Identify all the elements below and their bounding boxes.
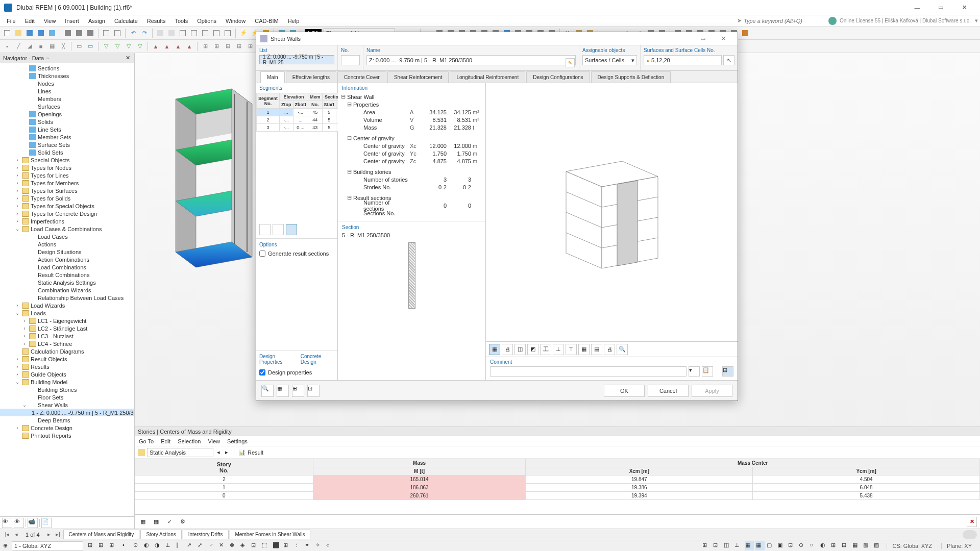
t2-16[interactable]: ▲ (184, 41, 194, 52)
s1[interactable]: ⊞ (87, 541, 96, 550)
keyword-search[interactable] (744, 16, 825, 26)
print-button[interactable] (63, 28, 73, 38)
tree-node[interactable]: ⌄Building Model (0, 378, 134, 386)
comment-input[interactable] (490, 366, 687, 377)
stories-goto[interactable]: Go To (139, 438, 154, 444)
tree-node[interactable]: ›Imperfections (0, 217, 134, 225)
pv10[interactable]: 🖨 (604, 344, 615, 355)
tree-node[interactable]: 1 - Z: 0.000 ... -9.750 m | 5 - R_M1 250… (0, 409, 134, 416)
calc-button[interactable]: ⚡ (238, 28, 249, 38)
tree-node[interactable]: ›Types for Members (0, 179, 134, 187)
generate-sections-checkbox[interactable]: Generate result sections (259, 251, 334, 257)
snap3[interactable]: ◐ (143, 541, 153, 550)
menu-tools[interactable]: Tools (170, 16, 192, 26)
snap19[interactable]: ✧ (315, 541, 324, 550)
v2[interactable]: ⊡ (713, 541, 722, 550)
v6[interactable]: ▦ (755, 541, 765, 550)
snap1[interactable]: • (122, 541, 131, 550)
tree-node[interactable]: ›LC3 - Nutzlast (0, 332, 134, 340)
tree-node[interactable]: ›LC2 - Ständige Last (0, 324, 134, 332)
t2-14[interactable]: ▲ (162, 41, 172, 52)
pv7[interactable]: ⊤ (566, 344, 577, 355)
list-item[interactable]: 1 Z: 0.000 ... -9.750 m | 5 - R_M1 25 (259, 55, 334, 64)
tree-node[interactable]: Solid Sets (0, 148, 134, 156)
pv1[interactable]: ▦ (489, 344, 500, 355)
v8[interactable]: ▣ (777, 541, 786, 550)
t2-17[interactable]: ⊞ (200, 41, 210, 52)
pv11[interactable]: 🔍 (617, 344, 628, 355)
view1-button[interactable] (155, 28, 165, 38)
pv4[interactable]: ◩ (527, 344, 538, 355)
snap2[interactable]: ⊙ (133, 541, 142, 550)
tab-member-forces[interactable]: Member Forces in Shear Walls (230, 530, 311, 539)
v4[interactable]: ⊥ (734, 541, 743, 550)
tab-supports[interactable]: Design Supports & Deflection (591, 71, 671, 83)
close-button[interactable]: ✕ (952, 0, 976, 15)
navigator-tree[interactable]: SectionsThicknessesNodesLinesMembersSurf… (0, 63, 134, 516)
doc1-button[interactable] (101, 28, 111, 38)
comment-btn1[interactable]: 📋 (702, 366, 713, 377)
info-group[interactable]: ⊟Building stories (340, 168, 483, 176)
navf-2[interactable]: 👁 (14, 518, 24, 528)
tree-node[interactable]: Relationship Between Load Cases (0, 294, 134, 302)
tree-node[interactable]: Combination Wizards (0, 286, 134, 294)
t2-3[interactable]: ◢ (24, 41, 35, 52)
tree-node[interactable]: Actions (0, 240, 134, 248)
navf-4[interactable]: 📄 (41, 518, 52, 528)
stories-view[interactable]: View (208, 438, 220, 444)
tree-node[interactable]: Members (0, 95, 134, 103)
snap10[interactable]: ✕ (218, 541, 228, 550)
apply-button[interactable]: Apply (692, 385, 732, 397)
tree-node[interactable]: Result Combinations (0, 271, 134, 279)
menu-file[interactable]: File (2, 16, 20, 26)
stories-edit[interactable]: Edit (161, 438, 170, 444)
pin-icon[interactable]: ▫ (44, 55, 51, 61)
tree-node[interactable]: ›Guide Objects (0, 370, 134, 378)
view6-button[interactable] (211, 28, 222, 38)
snap15[interactable]: ⬛ (272, 541, 281, 550)
seg-btn-2[interactable] (273, 224, 284, 235)
tree-node[interactable]: Member Sets (0, 133, 134, 141)
snap6[interactable]: ∥ (176, 541, 185, 550)
tree-node[interactable]: ›LC4 - Schnee (0, 340, 134, 347)
ok-button[interactable]: OK (604, 385, 645, 397)
tree-node[interactable]: ›Results (0, 363, 134, 370)
design-props-checkbox[interactable]: Design properties (259, 369, 334, 375)
segments-table[interactable]: Segment No.ElevationMemSection N ZtopZbo… (256, 93, 349, 132)
tab-drifts[interactable]: Interstory Drifts (183, 530, 229, 539)
t2-1[interactable]: • (2, 41, 12, 52)
snap17[interactable]: ⋮ (293, 541, 303, 550)
menu-view[interactable]: View (39, 16, 61, 26)
t2-6[interactable]: ╳ (58, 41, 68, 52)
snap13[interactable]: ⊡ (251, 541, 260, 550)
tree-node[interactable]: ›Types for Solids (0, 194, 134, 202)
t2-9[interactable]: ▽ (101, 41, 111, 52)
v7[interactable]: ▢ (766, 541, 775, 550)
tree-node[interactable]: Load Combinations (0, 263, 134, 271)
tree-node[interactable]: Calculation Diagrams (0, 347, 134, 355)
stories-grid[interactable]: StoryNo. Mass Mass Center M [t] Xcm [m] … (135, 459, 980, 514)
v13[interactable]: ⊞ (830, 541, 840, 550)
segment-row[interactable]: 1...-...4555 (257, 109, 349, 116)
close-panel-icon[interactable]: ✕ (124, 55, 131, 61)
seg-btn-3[interactable] (286, 224, 297, 235)
t2-10[interactable]: ▽ (112, 41, 122, 52)
user-avatar[interactable] (963, 530, 977, 539)
v15[interactable]: ▦ (852, 541, 861, 550)
pv8[interactable]: ▦ (578, 344, 590, 355)
tab-story-actions[interactable]: Story Actions (140, 530, 181, 539)
tab-next[interactable]: ▸ (45, 531, 53, 538)
cs-combo[interactable] (12, 541, 83, 550)
info-group[interactable]: ⊟Shear Wall (340, 93, 483, 101)
snap11[interactable]: ⊗ (229, 541, 238, 550)
sb1[interactable]: ▦ (138, 517, 148, 527)
s3[interactable]: ⊞ (109, 541, 118, 550)
t2-21[interactable]: ⊞ (245, 41, 255, 52)
surfaces-field[interactable]: ⬥5,12,20 (644, 55, 722, 65)
tab-cover[interactable]: Concrete Cover (337, 71, 386, 83)
t2-11[interactable]: ▽ (124, 41, 134, 52)
v1[interactable]: ⊞ (702, 541, 711, 550)
s2[interactable]: ⊞ (98, 541, 107, 550)
menu-results[interactable]: Results (142, 16, 170, 26)
tree-node[interactable]: ›Types for Nodes (0, 164, 134, 171)
